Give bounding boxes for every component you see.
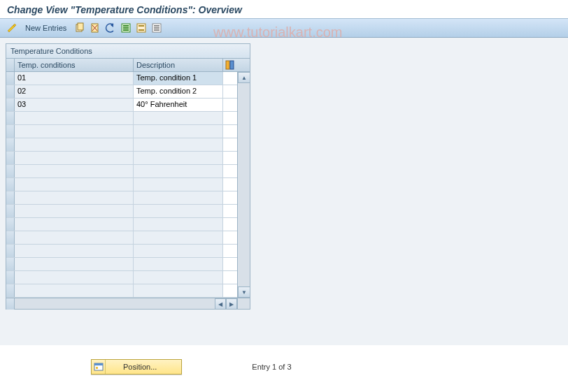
position-button[interactable]: Position... xyxy=(91,359,182,375)
table-row[interactable]: 0340° Fahrenheit xyxy=(6,99,237,112)
scroll-down-button[interactable]: ▼ xyxy=(238,286,250,298)
row-selector[interactable] xyxy=(6,284,15,297)
cell-code[interactable] xyxy=(15,231,134,244)
undo-change-icon[interactable] xyxy=(104,22,117,34)
copy-as-icon[interactable] xyxy=(73,22,86,34)
row-selector[interactable] xyxy=(6,191,15,204)
cell-code[interactable] xyxy=(15,271,134,284)
column-header-description[interactable]: Description xyxy=(134,59,223,71)
cell-code[interactable] xyxy=(15,138,134,151)
row-selector[interactable] xyxy=(6,112,15,124)
deselect-all-icon[interactable] xyxy=(150,22,163,34)
delete-icon[interactable] xyxy=(89,22,101,34)
table-row-empty[interactable] xyxy=(6,218,237,231)
cell-description[interactable] xyxy=(134,245,223,257)
table-row-empty[interactable] xyxy=(6,284,237,298)
cell-description[interactable] xyxy=(134,112,223,124)
cell-code[interactable] xyxy=(15,178,134,191)
table-row-empty[interactable] xyxy=(6,205,237,218)
table-row[interactable]: 01Temp. condition 1 xyxy=(6,72,237,85)
table-row-empty[interactable] xyxy=(6,165,237,178)
svg-rect-8 xyxy=(139,25,144,27)
row-selector[interactable] xyxy=(6,258,15,270)
row-selector[interactable] xyxy=(6,85,15,98)
row-selector[interactable] xyxy=(6,165,15,177)
cell-description[interactable] xyxy=(134,125,223,138)
row-selector[interactable] xyxy=(6,178,15,191)
cell-description[interactable] xyxy=(134,205,223,217)
select-all-icon[interactable] xyxy=(120,22,132,34)
row-selector[interactable] xyxy=(6,245,15,257)
svg-rect-14 xyxy=(226,61,229,69)
toggle-display-change-icon[interactable] xyxy=(6,22,18,34)
column-header-code[interactable]: Temp. conditions xyxy=(15,59,134,71)
cell-description[interactable] xyxy=(134,191,223,204)
cell-description[interactable] xyxy=(134,152,223,164)
svg-rect-17 xyxy=(94,363,103,365)
table-row-empty[interactable] xyxy=(6,245,237,258)
cell-code[interactable]: 01 xyxy=(15,72,134,85)
hscroll-track[interactable] xyxy=(15,298,215,309)
cell-description[interactable] xyxy=(134,231,223,244)
scroll-corner xyxy=(237,298,250,309)
cell-code[interactable] xyxy=(15,245,134,257)
scroll-left-button[interactable]: ◀ xyxy=(215,298,226,310)
table-row-empty[interactable] xyxy=(6,258,237,271)
row-selector[interactable] xyxy=(6,271,15,284)
row-selector[interactable] xyxy=(6,231,15,244)
table-row[interactable]: 02Temp. condition 2 xyxy=(6,85,237,99)
table-row-empty[interactable] xyxy=(6,152,237,165)
cell-code[interactable] xyxy=(15,284,134,297)
row-selector[interactable] xyxy=(6,218,15,231)
cell-code[interactable] xyxy=(15,125,134,138)
table-header-row: Temp. conditions Description xyxy=(6,59,250,72)
table-row-empty[interactable] xyxy=(6,178,237,191)
table-row-empty[interactable] xyxy=(6,138,237,152)
position-button-label: Position... xyxy=(106,363,181,371)
scroll-right-button[interactable]: ▶ xyxy=(226,298,237,310)
cell-code[interactable]: 03 xyxy=(15,99,134,111)
row-selector[interactable] xyxy=(6,152,15,164)
table-row-empty[interactable] xyxy=(6,191,237,205)
footer: Position... Entry 1 of 3 xyxy=(0,345,568,375)
cell-description[interactable] xyxy=(134,271,223,284)
cell-code[interactable] xyxy=(15,152,134,164)
cell-description[interactable] xyxy=(134,138,223,151)
cell-description[interactable] xyxy=(134,258,223,270)
select-block-icon[interactable] xyxy=(135,22,148,34)
vertical-scrollbar[interactable]: ▲ ▼ xyxy=(237,72,250,298)
cell-description[interactable] xyxy=(134,284,223,297)
table-row-empty[interactable] xyxy=(6,231,237,245)
horizontal-scrollbar[interactable]: ◀ ▶ xyxy=(6,298,250,309)
cell-description[interactable] xyxy=(134,165,223,177)
cell-code[interactable] xyxy=(15,258,134,270)
cell-code[interactable] xyxy=(15,218,134,231)
svg-rect-6 xyxy=(123,29,129,31)
cell-description[interactable]: Temp. condition 2 xyxy=(134,85,223,98)
row-selector[interactable] xyxy=(6,99,15,111)
table-rows: 01Temp. condition 102Temp. condition 203… xyxy=(6,72,237,298)
table-row-empty[interactable] xyxy=(6,271,237,284)
cell-description[interactable] xyxy=(134,218,223,231)
row-selector[interactable] xyxy=(6,72,15,85)
table-settings-icon[interactable] xyxy=(223,59,237,71)
cell-description[interactable] xyxy=(134,178,223,191)
table-row-empty[interactable] xyxy=(6,112,237,125)
cell-description[interactable]: Temp. condition 1 xyxy=(134,72,223,85)
row-selector[interactable] xyxy=(6,205,15,217)
row-selector[interactable] xyxy=(6,138,15,151)
cell-code[interactable] xyxy=(15,112,134,124)
new-entries-button[interactable]: New Entries xyxy=(21,22,71,34)
content-area: Temperature Conditions Temp. conditions … xyxy=(0,38,568,345)
cell-description[interactable]: 40° Fahrenheit xyxy=(134,99,223,111)
cell-code[interactable]: 02 xyxy=(15,85,134,98)
cell-code[interactable] xyxy=(15,191,134,204)
row-selector-header[interactable] xyxy=(6,59,15,71)
cell-code[interactable] xyxy=(15,205,134,217)
row-selector[interactable] xyxy=(6,125,15,138)
scroll-track[interactable] xyxy=(238,83,250,286)
svg-rect-1 xyxy=(78,23,83,30)
scroll-up-button[interactable]: ▲ xyxy=(238,72,250,83)
table-row-empty[interactable] xyxy=(6,125,237,138)
cell-code[interactable] xyxy=(15,165,134,177)
